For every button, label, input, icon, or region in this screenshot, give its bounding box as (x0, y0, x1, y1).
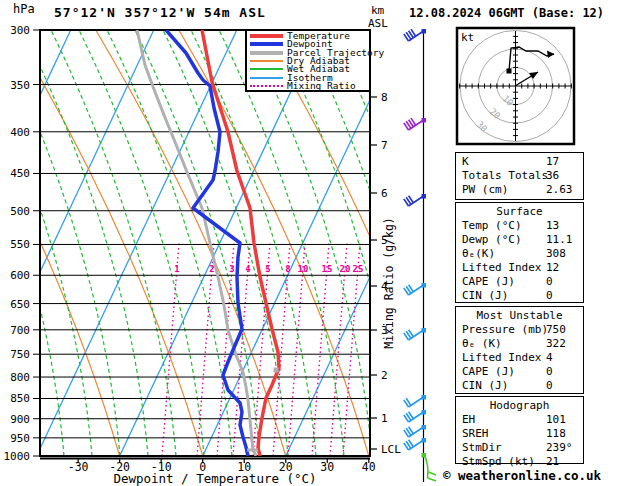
km-tick-label: 7 (381, 139, 388, 152)
wind-barb (404, 283, 426, 295)
stat-value: 750 (546, 323, 566, 336)
stat-value: 13 (546, 219, 559, 232)
table-row: θₑ(K)308 (456, 247, 583, 261)
stat-label: Temp (°C) (462, 219, 522, 232)
wind-barb-staff (404, 29, 436, 482)
stat-label: StmSpd (kt) (462, 455, 535, 468)
table-row: SREH118 (456, 427, 583, 441)
stat-value: 0 (546, 365, 553, 378)
mixing-ratio-label: 25 (353, 264, 364, 274)
pressure-tick-label: 650 (10, 298, 30, 311)
km-axis-unit2: ASL (368, 17, 388, 30)
pressure-tick-label: 1000 (4, 450, 31, 463)
pressure-tick-label: 300 (10, 24, 30, 37)
stat-label: EH (462, 413, 475, 426)
wind-barb (404, 438, 426, 450)
copyright: © weatheronline.co.uk (443, 468, 601, 483)
km-tick-label: 2 (381, 369, 388, 382)
stat-label: Dewp (°C) (462, 233, 522, 246)
most-unstable-marker (274, 368, 279, 373)
mixing-ratio-label: 15 (322, 264, 333, 274)
hodograph: 102030kt (457, 28, 574, 144)
stat-value: 0 (546, 289, 553, 302)
stat-label: CIN (J) (462, 289, 508, 302)
wind-barb (404, 395, 426, 407)
table-row: StmSpd (kt)21 (456, 455, 583, 469)
wind-barb (404, 118, 426, 130)
pressure-tick-label: 450 (10, 167, 30, 180)
legend-swatch-wet-adiabat (250, 68, 283, 70)
table-row: Temp (°C)13 (456, 219, 583, 233)
stat-value: 2.63 (546, 183, 573, 196)
mixing-ratio-label: 3 (229, 264, 234, 274)
table-row: θₑ (K)322 (456, 337, 583, 351)
legend-swatch-dewpoint (250, 42, 283, 46)
mixing-ratio-label: 8 (285, 264, 290, 274)
table-row: StmDir239° (456, 441, 583, 455)
plot-frame (40, 30, 370, 456)
stat-value: 4 (546, 351, 553, 364)
wet-adiabat-line (79, 30, 204, 456)
stat-label: θₑ(K) (462, 247, 495, 260)
table-row: CAPE (J)0 (456, 365, 583, 379)
stat-label: PW (cm) (462, 183, 508, 196)
temp-tick-label: 30 (320, 460, 334, 474)
table-header: Hodograph (456, 399, 583, 413)
stat-label: Lifted Index (462, 261, 541, 274)
stat-value: 12 (546, 261, 559, 274)
table-row: EH101 (456, 413, 583, 427)
wet-adiabat-line (107, 30, 232, 456)
pressure-tick-label: 950 (10, 432, 30, 445)
stat-label: Lifted Index (462, 351, 541, 364)
stat-value: 21 (546, 455, 559, 468)
temp-tick-label: -30 (68, 460, 89, 474)
table-row: CIN (J)0 (456, 379, 583, 393)
table-row: PW (cm)2.63 (456, 183, 583, 197)
table-indices: K17Totals Totals36PW (cm)2.63 (455, 152, 584, 200)
table-row: Pressure (mb)750 (456, 323, 583, 337)
stat-label: K (462, 155, 469, 168)
stat-value: 118 (546, 427, 566, 440)
table-surface: SurfaceTemp (°C)13Dewp (°C)11.1θₑ(K)308L… (455, 202, 584, 303)
stat-label: SREH (462, 427, 489, 440)
table-row: Lifted Index4 (456, 351, 583, 365)
table-row: CAPE (J)0 (456, 275, 583, 289)
wet-adiabat-line (23, 30, 148, 456)
stat-label: CIN (J) (462, 379, 508, 392)
pressure-tick-label: 800 (10, 371, 30, 384)
stat-label: StmDir (462, 441, 502, 454)
legend: TemperatureDewpointParcel TrajectoryDry … (245, 29, 371, 92)
stat-label: CAPE (J) (462, 275, 515, 288)
stat-value: 308 (546, 247, 566, 260)
pressure-tick-label: 900 (10, 413, 30, 426)
km-tick-label: 8 (381, 91, 388, 104)
legend-swatch-isotherm (250, 77, 283, 79)
table-row: CIN (J)0 (456, 289, 583, 303)
pressure-tick-label: 850 (10, 392, 30, 405)
table-row: K17 (456, 155, 583, 169)
x-axis-title: Dewpoint / Temperature (°C) (113, 471, 316, 486)
stat-label: θₑ (K) (462, 337, 502, 350)
wind-barb (404, 29, 426, 41)
table-row: Dewp (°C)11.1 (456, 233, 583, 247)
stat-value: 239° (546, 441, 573, 454)
pressure-tick-label: 550 (10, 238, 30, 251)
stat-value: 0 (546, 379, 553, 392)
km-tick-label: 1 (381, 412, 388, 425)
temp-tick-label: 40 (362, 460, 376, 474)
wind-barb (404, 194, 426, 206)
table-most-unstable: Most UnstablePressure (mb)750θₑ (K)322Li… (455, 306, 584, 394)
km-tick-label: 6 (381, 187, 388, 200)
hodograph-unit-label: kt (461, 31, 474, 44)
legend-swatch-dry-adiabat (250, 60, 283, 62)
pressure-tick-label: 600 (10, 269, 30, 282)
lcl-label: LCL (381, 443, 401, 456)
legend-label: Mixing Ratio (287, 82, 356, 90)
pressure-tick-label: 350 (10, 79, 30, 92)
pressure-tick-label: 500 (10, 205, 30, 218)
table-header: Most Unstable (456, 309, 583, 323)
km-axis-unit: km (371, 4, 385, 17)
stat-label: Pressure (mb) (462, 323, 548, 336)
stat-value: 0 (546, 275, 553, 288)
legend-swatch-temperature (250, 34, 283, 38)
